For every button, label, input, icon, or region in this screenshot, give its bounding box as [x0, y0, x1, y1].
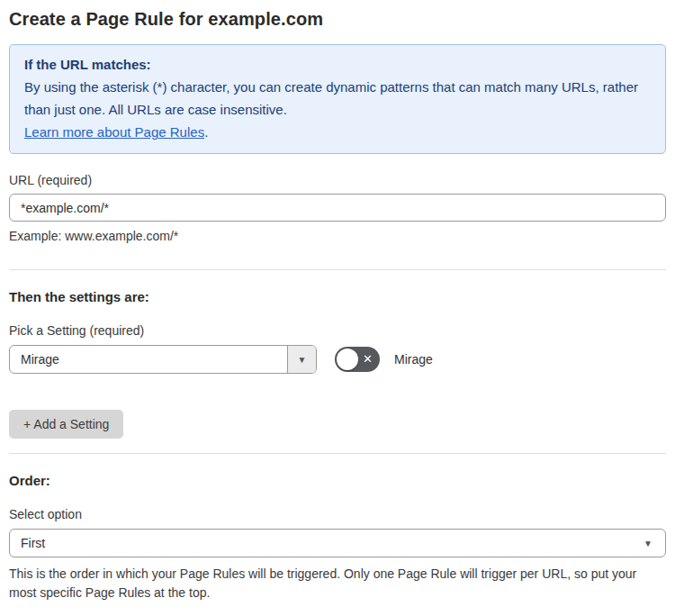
add-setting-wrap: + Add a Setting	[9, 410, 666, 439]
setting-picker-label: Pick a Setting (required)	[9, 323, 666, 338]
setting-row: Mirage ▼ ✕ Mirage	[9, 345, 666, 374]
link-suffix: .	[204, 124, 208, 140]
url-match-info-box: If the URL matches: By using the asteris…	[9, 44, 666, 154]
mirage-toggle[interactable]: ✕	[335, 347, 380, 372]
order-select-label: Select option	[9, 507, 666, 521]
section-divider	[9, 453, 666, 454]
section-divider	[9, 269, 666, 270]
toggle-label: Mirage	[394, 352, 433, 367]
setting-select-value: Mirage	[10, 346, 287, 373]
chevron-down-icon: ▼	[644, 539, 652, 548]
url-field-helper: Example: www.example.com/*	[9, 227, 666, 246]
info-box-link-line: Learn more about Page Rules.	[24, 121, 651, 143]
x-icon: ✕	[363, 353, 373, 365]
chevron-down-icon[interactable]: ▼	[287, 346, 316, 373]
order-section-heading: Order:	[9, 473, 666, 488]
url-input[interactable]	[9, 194, 666, 222]
setting-select[interactable]: Mirage ▼	[9, 345, 317, 374]
info-box-body: By using the asterisk (*) character, you…	[24, 76, 651, 121]
add-setting-button[interactable]: + Add a Setting	[9, 410, 123, 439]
order-select-value: First	[21, 536, 644, 550]
page-title: Create a Page Rule for example.com	[9, 9, 666, 30]
settings-section-heading: Then the settings are:	[9, 289, 666, 304]
toggle-knob	[337, 349, 358, 370]
order-select[interactable]: First ▼	[9, 529, 666, 557]
learn-more-link[interactable]: Learn more about Page Rules	[24, 124, 204, 140]
url-field-label: URL (required)	[9, 173, 666, 187]
info-box-heading: If the URL matches:	[24, 53, 651, 76]
order-helper: This is the order in which your Page Rul…	[9, 565, 666, 602]
page-rule-form: Create a Page Rule for example.com If th…	[9, 9, 666, 616]
